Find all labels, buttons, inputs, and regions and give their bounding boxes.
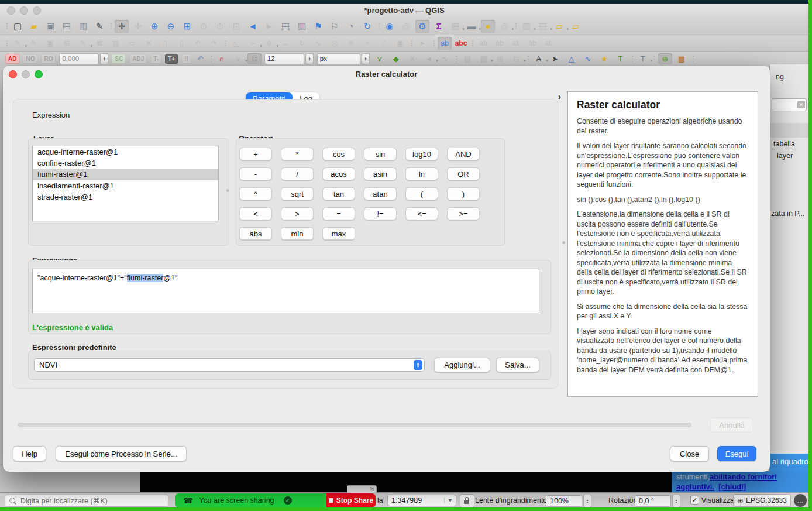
toolbar-separator[interactable]: ⋮ <box>431 37 436 50</box>
side-item[interactable]: tabella <box>773 140 795 148</box>
snapping-tolerance-input[interactable]: 0,000 ▴▾ <box>59 53 108 64</box>
pin-labels-icon[interactable]: ab <box>438 37 452 50</box>
curve-tool-icon[interactable]: ∿ <box>438 53 452 64</box>
side-search-box[interactable]: ✕ <box>772 98 807 111</box>
toolbar-separator[interactable]: ⋮ <box>652 53 656 64</box>
move-annotation-icon[interactable]: ➤ <box>548 53 562 64</box>
toolbar-separator[interactable]: ⋮ <box>629 53 634 64</box>
splitter-handle[interactable] <box>226 189 229 192</box>
layer-list[interactable]: acque-interne-raster@1confine-raster@1fi… <box>32 146 219 221</box>
map-tips-icon[interactable]: ● <box>481 20 495 33</box>
save-project-icon[interactable]: ▣ <box>43 20 57 33</box>
polygon-annotation-icon[interactable]: △ <box>565 53 579 64</box>
save-edits-icon[interactable]: ▣ <box>43 37 57 50</box>
layer-list-item[interactable]: confine-raster@1 <box>33 157 218 169</box>
new-print-layout-icon[interactable]: ▤ <box>60 20 74 33</box>
collapse-help-icon[interactable]: › <box>558 91 561 101</box>
toolbar-separator[interactable]: ⋮ <box>470 37 474 50</box>
label-settings-icon[interactable]: A <box>532 53 546 64</box>
toolbar-separator[interactable]: ⋮ <box>108 20 113 33</box>
stepper-icon[interactable]: ▴▾ <box>583 495 591 507</box>
temporal-controller-icon[interactable]: ◔ <box>344 20 358 33</box>
raster-calculator-icon[interactable]: ▩ <box>675 53 689 64</box>
scale-combo[interactable]: 1:347989 ▼ <box>387 495 456 506</box>
cad-tools-icon[interactable]: ◺ <box>229 37 243 50</box>
priority-badge[interactable]: !! <box>181 54 191 64</box>
attribute-table-icon[interactable]: ▦ <box>448 20 462 33</box>
enable-providers-link[interactable]: abilitando fornitori <box>710 472 777 481</box>
operator-button[interactable]: ) <box>447 187 480 200</box>
open-project-icon[interactable]: ▰ <box>27 20 41 33</box>
select-features-icon[interactable]: ▧ <box>519 20 534 33</box>
predefined-select[interactable]: NDVI ▲▼ <box>34 358 425 372</box>
operator-button[interactable]: != <box>364 207 397 220</box>
operator-button[interactable]: ( <box>405 187 438 200</box>
window-titlebar[interactable]: *progetto-adv — QGIS <box>0 4 808 18</box>
circle-tools-icon[interactable]: ⊕ <box>262 37 276 50</box>
splitter-handle[interactable] <box>562 241 565 244</box>
layer-list-item[interactable]: acque-interne-raster@1 <box>33 146 218 157</box>
highlight-labels-icon[interactable]: abc <box>454 37 468 50</box>
adjust-badge[interactable]: ADJ <box>129 54 147 64</box>
toolbar-separator[interactable]: ⋮ <box>690 53 695 64</box>
rotate-symbols-icon[interactable]: ➤ <box>415 37 429 50</box>
multiedit-icon[interactable]: ▨ <box>109 37 123 50</box>
close-shape-icon[interactable]: ✕ <box>405 53 419 64</box>
snapping-magnet-icon[interactable]: ∩ <box>215 53 229 64</box>
marker-annotation-icon[interactable]: ★ <box>597 53 611 64</box>
help-button[interactable]: Help <box>13 446 46 461</box>
operator-button[interactable]: + <box>239 148 272 160</box>
cut-features-icon[interactable]: ✕ <box>142 37 156 50</box>
operator-button[interactable]: - <box>239 167 272 180</box>
undo-snap-icon[interactable]: ↶ <box>195 54 206 63</box>
expression-textarea[interactable]: "acque-interne-raster@1"+"fiumi-raster@1… <box>32 269 539 313</box>
move-feature-icon[interactable]: ↔ <box>278 37 293 50</box>
operator-button[interactable]: AND <box>447 148 480 160</box>
toolbar-separator[interactable]: ⋮ <box>409 37 414 50</box>
processing-toolbox-icon[interactable]: ⚙ <box>415 20 429 33</box>
operator-button[interactable]: min <box>281 227 314 240</box>
operator-button[interactable]: tan <box>322 187 355 200</box>
feature-action-icon[interactable]: ◎ <box>399 20 413 33</box>
show-bookmarks-icon[interactable]: ⚐ <box>328 20 342 33</box>
increase-text-badge[interactable]: T+ <box>165 54 178 64</box>
style-manager-icon[interactable]: ✎ <box>92 20 106 33</box>
toggle-editing-icon[interactable]: ✎ <box>27 37 41 50</box>
locator-search[interactable] <box>5 495 168 507</box>
merge-features-icon[interactable]: ▣ <box>393 37 407 50</box>
line-annotation-icon[interactable]: ∿ <box>581 53 595 64</box>
render-checkbox[interactable]: ✓ <box>690 496 699 505</box>
move-label-icon[interactable]: ab <box>493 37 507 50</box>
add-part-icon[interactable]: ⊚ <box>344 37 358 50</box>
save-expression-button[interactable]: Salva... <box>496 358 539 372</box>
statistics-summary-icon[interactable]: Σ <box>432 20 446 33</box>
grid-dots-icon[interactable]: ∷ <box>247 53 262 64</box>
layer-list-item[interactable]: insediamenti-raster@1 <box>33 180 218 191</box>
toolbar-separator[interactable]: ⋮ <box>4 37 9 50</box>
operator-button[interactable]: ln <box>405 167 438 180</box>
no-snap-badge[interactable]: NO <box>23 54 37 64</box>
rotate-feature-icon[interactable]: ↻ <box>295 37 309 50</box>
messages-button[interactable]: … <box>794 494 807 507</box>
layer-list-item[interactable]: fiumi-raster@1 <box>33 169 218 180</box>
toolbar-separator[interactable]: ⋮ <box>376 20 381 33</box>
frame-tool-icon[interactable]: ⊡ <box>510 53 524 64</box>
operator-button[interactable]: log10 <box>405 148 438 160</box>
operator-button[interactable]: max <box>322 227 355 240</box>
zoom-next-icon[interactable]: ► <box>262 20 276 33</box>
current-edits-icon[interactable]: ✎ <box>11 37 25 50</box>
operator-button[interactable]: <= <box>405 207 438 220</box>
undo-icon[interactable]: ↶ <box>191 37 205 50</box>
zoom-in-icon[interactable]: ⊕ <box>147 20 161 33</box>
enable-providers-link2[interactable]: aggiuntivi. <box>676 482 714 491</box>
add-ring-icon[interactable]: ◎ <box>328 37 342 50</box>
stepper-icon[interactable]: ▴▾ <box>305 53 314 64</box>
new-record-icon[interactable]: ⊞ <box>60 37 74 50</box>
side-item[interactable]: layer <box>777 152 793 160</box>
tracing-icon[interactable]: ⋎ <box>373 53 387 64</box>
crs-status-button[interactable]: ⊕ EPSG:32633 <box>733 494 791 507</box>
operator-button[interactable]: < <box>239 207 272 220</box>
decrease-text-badge[interactable]: T- <box>150 54 161 64</box>
operator-button[interactable]: acos <box>322 167 355 180</box>
symbol-size-input[interactable]: 12 ▴▾ <box>264 53 314 64</box>
